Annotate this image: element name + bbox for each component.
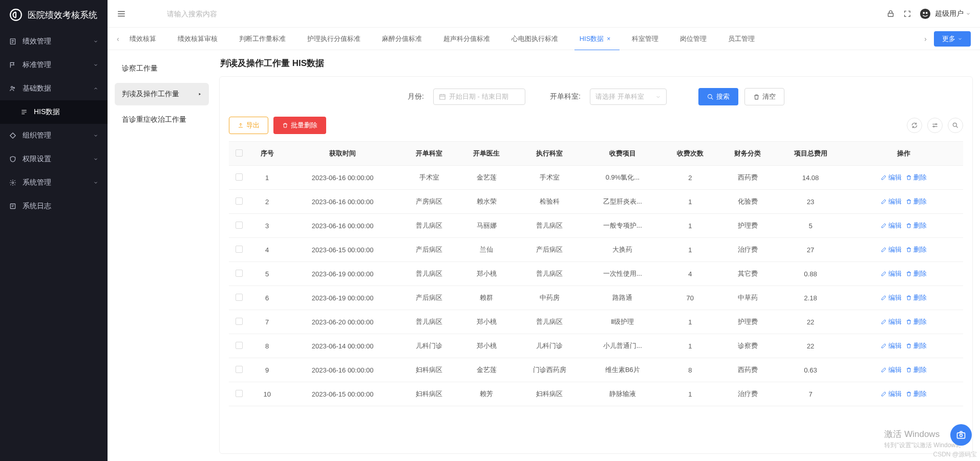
sidebar-sub-his[interactable]: HIS数据 xyxy=(0,100,108,124)
table-row: 72023-06-20 00:00:00普儿病区郑小桃普儿病区Ⅱ级护理1护理费2… xyxy=(229,310,963,334)
edit-link[interactable]: 编辑 xyxy=(881,173,902,182)
subnav-item-2[interactable]: 首诊重症收治工作量 xyxy=(115,108,209,131)
delete-link[interactable]: 删除 xyxy=(906,245,927,254)
checkbox[interactable] xyxy=(236,197,243,205)
tab-1[interactable]: 绩效核算审核 xyxy=(178,28,218,50)
table-wrap[interactable]: 序号获取时间开单科室开单医生执行科室收费项目收费次数财务分类项目总费用操作 12… xyxy=(229,141,963,445)
delete-link[interactable]: 删除 xyxy=(906,389,927,399)
tab-6[interactable]: 心电图执行标准 xyxy=(512,28,558,50)
filters: 月份: 开始日期 - 结束日期 开单科室: 请选择 开单科室 搜索 清空 xyxy=(229,85,963,115)
tab-2[interactable]: 判断工作量标准 xyxy=(239,28,286,50)
settings-button[interactable] xyxy=(927,118,943,133)
main: 超级用户 ‹ 绩效核算绩效核算审核判断工作量标准护理执行分值标准麻醉分值标准超声… xyxy=(108,0,980,461)
svg-rect-6 xyxy=(888,13,893,16)
svg-point-14 xyxy=(953,123,956,126)
tabs-next[interactable]: › xyxy=(924,35,927,43)
data-table: 序号获取时间开单科室开单医生执行科室收费项目收费次数财务分类项目总费用操作 12… xyxy=(229,142,963,406)
checkbox[interactable] xyxy=(236,294,243,301)
refresh-button[interactable] xyxy=(907,118,922,133)
svg-point-9 xyxy=(926,12,928,14)
tab-8[interactable]: 科室管理 xyxy=(632,28,658,50)
chevron-down-icon xyxy=(93,133,98,138)
col-9: 操作 xyxy=(845,142,963,166)
chevron-down-icon xyxy=(93,180,98,185)
sidebar-item-perf[interactable]: 绩效管理 xyxy=(0,30,108,53)
sidebar-item-log[interactable]: 系统日志 xyxy=(0,194,108,218)
checkbox[interactable] xyxy=(236,342,243,349)
edit-link[interactable]: 编辑 xyxy=(881,245,902,254)
date-range-input[interactable]: 开始日期 - 结束日期 xyxy=(433,89,525,105)
avatar-icon xyxy=(920,8,931,19)
subnav-item-1[interactable]: 判读及操作工作量 xyxy=(115,83,209,105)
sidebar-item-org[interactable]: 组织管理 xyxy=(0,124,108,147)
caret-right-icon xyxy=(198,92,202,97)
tab-3[interactable]: 护理执行分值标准 xyxy=(307,28,360,50)
search-table-button[interactable] xyxy=(948,118,963,133)
checkbox[interactable] xyxy=(236,173,243,181)
search-button[interactable]: 搜索 xyxy=(698,88,738,105)
sidebar-item-auth[interactable]: 权限设置 xyxy=(0,147,108,171)
checkbox[interactable] xyxy=(236,246,243,253)
svg-point-2 xyxy=(11,86,13,89)
sidebar-item-basedata[interactable]: 基础数据 xyxy=(0,77,108,100)
subnav: 诊察工作量判读及操作工作量首诊重症收治工作量 xyxy=(108,50,216,461)
table-row: 82023-06-14 00:00:00儿科门诊郑小桃儿科门诊小儿普通门...1… xyxy=(229,334,963,358)
edit-link[interactable]: 编辑 xyxy=(881,365,902,375)
delete-link[interactable]: 删除 xyxy=(906,269,927,278)
lock-icon[interactable] xyxy=(886,9,895,18)
fullscreen-icon[interactable] xyxy=(903,10,911,18)
tab-5[interactable]: 超声科分值标准 xyxy=(443,28,490,50)
col-5: 收费项目 xyxy=(584,142,662,166)
edit-link[interactable]: 编辑 xyxy=(881,317,902,326)
delete-link[interactable]: 删除 xyxy=(906,317,927,326)
sidebar-item-sys[interactable]: 系统管理 xyxy=(0,171,108,194)
user-menu[interactable]: 超级用户 xyxy=(920,8,971,19)
batch-delete-button[interactable]: 批量删除 xyxy=(273,117,326,134)
checkbox[interactable] xyxy=(236,366,243,373)
close-icon[interactable]: × xyxy=(607,35,610,42)
edit-link[interactable]: 编辑 xyxy=(881,197,902,206)
delete-link[interactable]: 删除 xyxy=(906,293,927,302)
tab-7[interactable]: HIS数据× xyxy=(580,28,611,50)
checkbox[interactable] xyxy=(236,318,243,325)
edit-link[interactable]: 编辑 xyxy=(881,389,902,399)
checkbox[interactable] xyxy=(236,222,243,229)
delete-link[interactable]: 删除 xyxy=(906,197,927,206)
delete-link[interactable]: 删除 xyxy=(906,341,927,350)
clear-button[interactable]: 清空 xyxy=(744,88,784,105)
subnav-item-0[interactable]: 诊察工作量 xyxy=(115,57,209,80)
users-icon xyxy=(9,85,17,92)
tab-9[interactable]: 岗位管理 xyxy=(680,28,707,50)
tab-0[interactable]: 绩效核算 xyxy=(130,28,156,50)
dept-select[interactable]: 请选择 开单科室 xyxy=(590,89,667,105)
search-icon xyxy=(952,122,959,129)
edit-link[interactable]: 编辑 xyxy=(881,269,902,278)
hamburger-icon[interactable] xyxy=(117,9,126,18)
page: 判读及操作工作量 HIS数据 月份: 开始日期 - 结束日期 开单科室: 请选择… xyxy=(216,50,980,461)
checkbox[interactable] xyxy=(236,270,243,277)
checkbox-all[interactable] xyxy=(236,149,243,157)
csdn-watermark: CSDN @源码宝 xyxy=(933,450,977,459)
tab-10[interactable]: 员工管理 xyxy=(728,28,755,50)
checkbox[interactable] xyxy=(236,390,243,397)
tab-4[interactable]: 麻醉分值标准 xyxy=(382,28,422,50)
delete-link[interactable]: 删除 xyxy=(906,365,927,375)
tabs-prev[interactable]: ‹ xyxy=(117,35,119,43)
export-button[interactable]: 导出 xyxy=(229,117,268,134)
delete-link[interactable]: 删除 xyxy=(906,173,927,182)
card: 月份: 开始日期 - 结束日期 开单科室: 请选择 开单科室 搜索 清空 导出 … xyxy=(219,76,973,454)
more-button[interactable]: 更多 xyxy=(934,31,971,47)
fab-button[interactable] xyxy=(950,424,972,446)
trash-icon xyxy=(753,94,760,100)
edit-link[interactable]: 编辑 xyxy=(881,293,902,302)
col-4: 执行科室 xyxy=(515,142,584,166)
delete-link[interactable]: 删除 xyxy=(906,221,927,230)
table-row: 92023-06-16 00:00:00妇科病区金艺莲门诊西药房维生素B6片8西… xyxy=(229,358,963,382)
edit-link[interactable]: 编辑 xyxy=(881,341,902,350)
sidebar-menu: 绩效管理 标准管理 基础数据 HIS数据 组织管理 权限设置 系统管理 系统日志 xyxy=(0,30,108,461)
edit-link[interactable]: 编辑 xyxy=(881,221,902,230)
sidebar-item-standard[interactable]: 标准管理 xyxy=(0,53,108,77)
sidebar: 医院绩效考核系统 绩效管理 标准管理 基础数据 HIS数据 组织管理 权限设置 … xyxy=(0,0,108,461)
search-input[interactable] xyxy=(167,10,886,18)
col-7: 财务分类 xyxy=(719,142,776,166)
